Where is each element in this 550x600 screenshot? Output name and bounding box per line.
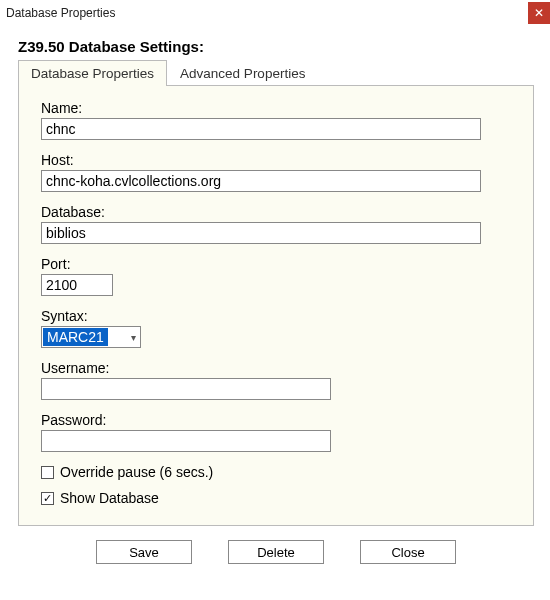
show-database-checkbox[interactable]	[41, 492, 54, 505]
label-host: Host:	[41, 152, 511, 168]
label-database: Database:	[41, 204, 511, 220]
host-input[interactable]	[41, 170, 481, 192]
close-button[interactable]: Close	[360, 540, 456, 564]
field-port: Port:	[41, 256, 511, 296]
username-input[interactable]	[41, 378, 331, 400]
label-password: Password:	[41, 412, 511, 428]
content: Z39.50 Database Settings: Database Prope…	[0, 26, 550, 574]
show-database-label: Show Database	[60, 490, 159, 506]
form-panel: Name: Host: Database: Port: Syntax: MARC…	[18, 86, 534, 526]
row-show-database: Show Database	[41, 490, 511, 506]
tab-database-properties[interactable]: Database Properties	[18, 60, 167, 86]
field-syntax: Syntax: MARC21 ▾	[41, 308, 511, 348]
field-username: Username:	[41, 360, 511, 400]
delete-button[interactable]: Delete	[228, 540, 324, 564]
field-database: Database:	[41, 204, 511, 244]
save-button[interactable]: Save	[96, 540, 192, 564]
label-name: Name:	[41, 100, 511, 116]
field-host: Host:	[41, 152, 511, 192]
tab-label: Advanced Properties	[180, 66, 305, 81]
tab-label: Database Properties	[31, 66, 154, 81]
override-pause-checkbox[interactable]	[41, 466, 54, 479]
field-name: Name:	[41, 100, 511, 140]
syntax-select[interactable]: MARC21 ▾	[41, 326, 141, 348]
label-username: Username:	[41, 360, 511, 376]
label-port: Port:	[41, 256, 511, 272]
field-password: Password:	[41, 412, 511, 452]
label-syntax: Syntax:	[41, 308, 511, 324]
tab-bar: Database Properties Advanced Properties	[18, 59, 534, 86]
window: Database Properties ✕ Z39.50 Database Se…	[0, 0, 550, 600]
name-input[interactable]	[41, 118, 481, 140]
password-input[interactable]	[41, 430, 331, 452]
chevron-down-icon: ▾	[131, 332, 136, 343]
tab-advanced-properties[interactable]: Advanced Properties	[167, 60, 318, 86]
titlebar: Database Properties ✕	[0, 0, 550, 26]
database-input[interactable]	[41, 222, 481, 244]
override-pause-label: Override pause (6 secs.)	[60, 464, 213, 480]
syntax-value: MARC21	[43, 328, 108, 346]
port-input[interactable]	[41, 274, 113, 296]
window-title: Database Properties	[6, 6, 115, 20]
row-override-pause: Override pause (6 secs.)	[41, 464, 511, 480]
close-icon[interactable]: ✕	[528, 2, 550, 24]
button-row: Save Delete Close	[18, 540, 534, 564]
page-title: Z39.50 Database Settings:	[18, 38, 534, 55]
